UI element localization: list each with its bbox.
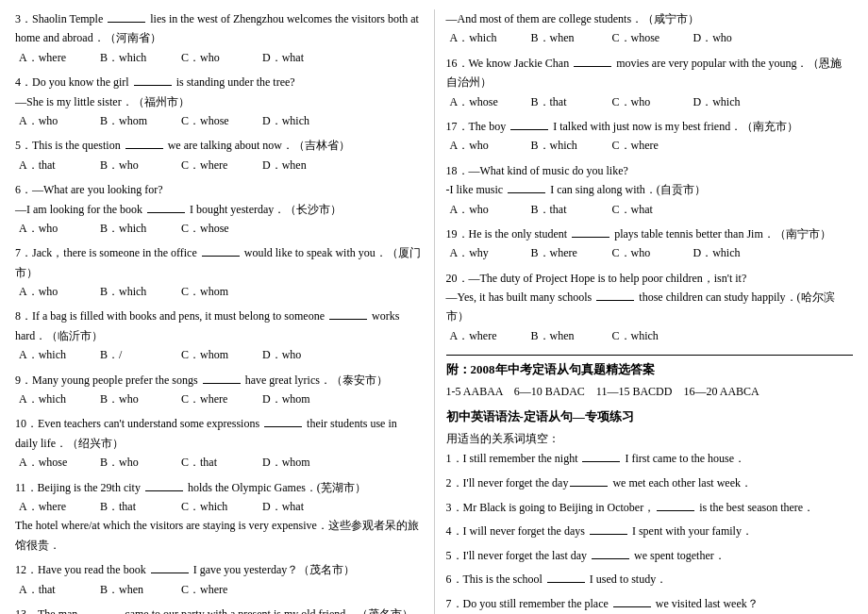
q11-note: The hotel where/at which the visitors ar… bbox=[15, 516, 423, 555]
option: D．whom bbox=[262, 390, 338, 408]
blank bbox=[108, 22, 145, 23]
blank bbox=[596, 300, 634, 301]
q4-options: A．who B．whom C．whose D．which bbox=[19, 111, 423, 130]
blank bbox=[125, 148, 163, 149]
question-20: 20．—The duty of Project Hope is to help … bbox=[446, 269, 854, 346]
option: B．where bbox=[531, 243, 607, 262]
q6-extra: —I am looking for the book I bought yest… bbox=[15, 200, 423, 219]
option: B．that bbox=[531, 200, 607, 219]
blank bbox=[592, 558, 629, 559]
blank bbox=[570, 486, 608, 487]
option: C．which bbox=[181, 497, 257, 516]
q12-text: 12．Have you read the book I gave you yes… bbox=[15, 560, 423, 579]
option: B．who bbox=[100, 156, 175, 174]
option: A．where bbox=[19, 497, 94, 516]
option: C．whose bbox=[181, 111, 257, 130]
option: B．which bbox=[100, 219, 175, 238]
option: C．where bbox=[181, 156, 257, 174]
option: D．which bbox=[693, 243, 769, 262]
option: A．who bbox=[450, 136, 526, 155]
q5-options: A．that B．who C．where D．when bbox=[19, 156, 423, 174]
q4-text: 4．Do you know the girl is standing under… bbox=[15, 73, 423, 91]
question-4: 4．Do you know the girl is standing under… bbox=[15, 73, 423, 130]
option: A．who bbox=[450, 200, 526, 219]
q3-text: 3．Shaolin Temple lies in the west of Zhe… bbox=[15, 9, 423, 48]
q20-options: A．where B．when C．which bbox=[450, 326, 854, 345]
option: A．whose bbox=[450, 92, 526, 111]
option: C．who bbox=[181, 48, 257, 67]
q7-text: 7．Jack，there is someone in the office wo… bbox=[15, 243, 423, 282]
question-7: 7．Jack，there is someone in the office wo… bbox=[15, 243, 423, 301]
question-3: 3．Shaolin Temple lies in the west of Zhe… bbox=[15, 9, 423, 67]
q15-extra: —And most of them are college students．（… bbox=[446, 9, 854, 28]
blank bbox=[203, 383, 241, 384]
q11-text: 11．Beijing is the 29th city holds the Ol… bbox=[15, 478, 423, 497]
option: B．whom bbox=[100, 111, 175, 130]
q7-options: A．who B．which C．whom bbox=[19, 282, 423, 301]
option: A．who bbox=[19, 111, 94, 130]
option: C．who bbox=[612, 92, 688, 111]
question-12: 12．Have you read the book I gave you yes… bbox=[15, 560, 423, 599]
option: C．which bbox=[612, 326, 688, 345]
option: A．where bbox=[19, 48, 94, 67]
q11-options: A．where B．that C．which D．what bbox=[19, 497, 423, 516]
fill-7: 7．Do you still remember the place we vis… bbox=[446, 594, 854, 614]
option: C．whom bbox=[181, 282, 257, 301]
option: D．whom bbox=[262, 453, 338, 472]
blank bbox=[145, 490, 183, 491]
subtitle: 初中英语语法-定语从句—专项练习 bbox=[446, 408, 854, 425]
blank bbox=[613, 606, 651, 607]
blank bbox=[329, 319, 367, 320]
question-8: 8．If a bag is filled with books and pens… bbox=[15, 307, 423, 364]
question-9: 9．Many young people prefer the songs hav… bbox=[15, 371, 423, 409]
question-19: 19．He is the only student plays table te… bbox=[446, 224, 854, 263]
option: A．why bbox=[450, 243, 526, 262]
q20-extra: —Yes, it has built many schools those ch… bbox=[446, 288, 854, 326]
blank bbox=[151, 573, 189, 573]
fill-6: 6．This is the school I used to study． bbox=[446, 570, 854, 590]
blank bbox=[510, 129, 548, 130]
option: A．who bbox=[19, 219, 94, 238]
question-13: 13．The man came to our party with a pres… bbox=[15, 605, 423, 614]
fill-1: 1．I still remember the night I first cam… bbox=[446, 449, 854, 470]
option: C．what bbox=[612, 200, 688, 219]
option: C．where bbox=[181, 390, 257, 408]
fill-2: 2．I'll never forget the day we met each … bbox=[446, 473, 854, 494]
option: A．which bbox=[450, 28, 526, 47]
option: B．who bbox=[100, 390, 175, 408]
q15-continuation: —And most of them are college students．（… bbox=[446, 9, 854, 48]
q19-options: A．why B．where C．who D．which bbox=[450, 243, 854, 262]
option: C．who bbox=[612, 243, 688, 262]
blank bbox=[508, 192, 545, 193]
option: A．whose bbox=[19, 453, 94, 472]
option: C．whose bbox=[181, 219, 257, 238]
option: A．which bbox=[19, 390, 94, 408]
option: A．where bbox=[450, 326, 526, 345]
q18-text: 18．—What kind of music do you like? bbox=[446, 161, 854, 180]
q6-text: 6．—What are you looking for? bbox=[15, 180, 423, 199]
option: A．which bbox=[19, 345, 94, 364]
q5-text: 5．This is the question we are talking ab… bbox=[15, 136, 423, 155]
option: C．where bbox=[612, 136, 688, 155]
q18-extra: -I like music I can sing along with．(自贡市… bbox=[446, 180, 854, 199]
q10-text: 10．Even teachers can't understand some e… bbox=[15, 414, 423, 453]
option: B．which bbox=[100, 48, 175, 67]
option: C．whom bbox=[181, 345, 257, 364]
q17-text: 17．The boy I talked with just now is my … bbox=[446, 117, 854, 136]
question-16: 16．We know Jackie Chan movies are very p… bbox=[446, 54, 854, 111]
q18-options: A．who B．that C．what bbox=[450, 200, 854, 219]
q4-extra: —She is my little sister．（福州市） bbox=[15, 92, 423, 111]
option: C．that bbox=[181, 453, 257, 472]
option: D．who bbox=[262, 345, 338, 364]
fill-3: 3．Mr Black is going to Beijing in Octobe… bbox=[446, 498, 854, 519]
option: D．what bbox=[262, 497, 338, 516]
blank bbox=[547, 582, 585, 583]
blank bbox=[657, 510, 694, 511]
q13-text: 13．The man came to our party with a pres… bbox=[15, 605, 423, 614]
option: B．that bbox=[100, 497, 175, 516]
question-6: 6．—What are you looking for? —I am looki… bbox=[15, 180, 423, 238]
answers-title: 附：2008年中考定语从句真题精选答案 bbox=[446, 361, 854, 378]
blank bbox=[582, 461, 620, 462]
question-5: 5．This is the question we are talking ab… bbox=[15, 136, 423, 174]
option: D．which bbox=[262, 111, 338, 130]
